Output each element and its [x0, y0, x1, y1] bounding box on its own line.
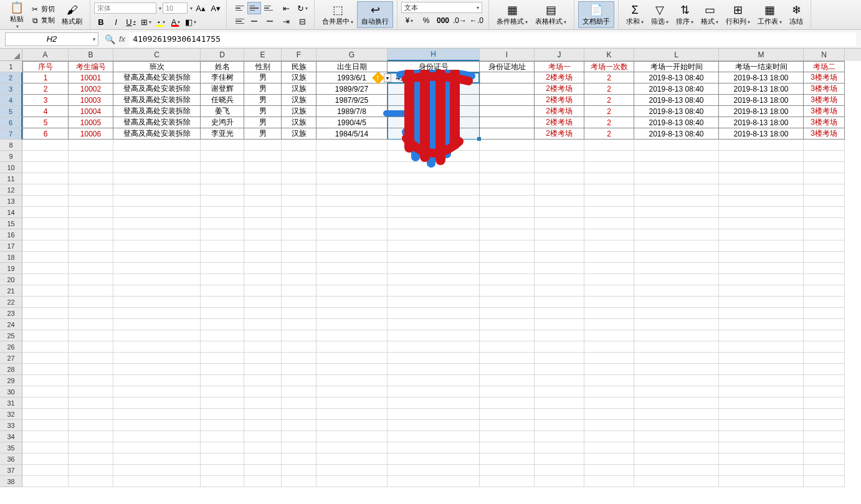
cell-empty[interactable]	[719, 476, 804, 487]
cell-L6[interactable]: 2019-8-13 08:40	[634, 117, 719, 128]
cell-empty[interactable]	[719, 173, 804, 184]
cell-empty[interactable]	[480, 364, 535, 375]
cell-empty[interactable]	[584, 476, 634, 487]
cell-B6[interactable]: 10005	[69, 117, 113, 128]
cell-empty[interactable]	[480, 454, 535, 465]
cell-empty[interactable]	[388, 263, 480, 274]
cell-empty[interactable]	[244, 442, 282, 454]
cell-empty[interactable]	[584, 274, 634, 285]
cell-empty[interactable]	[388, 353, 480, 364]
cell-J4[interactable]: 2楼考场	[535, 95, 584, 106]
row-header-9[interactable]: 9	[0, 151, 22, 162]
cell-H4[interactable]: 411	[388, 95, 480, 106]
table-header-B[interactable]: 考生编号	[69, 61, 113, 72]
cell-empty[interactable]	[282, 319, 316, 330]
cell-empty[interactable]	[634, 397, 719, 409]
cell-empty[interactable]	[480, 240, 535, 252]
cell-J2[interactable]: 2楼考场	[535, 72, 584, 83]
cell-empty[interactable]	[480, 140, 535, 151]
row-header-12[interactable]: 12	[0, 184, 22, 196]
cell-F5[interactable]: 汉族	[282, 106, 316, 117]
cell-empty[interactable]	[244, 409, 282, 420]
cell-I4[interactable]	[480, 95, 535, 106]
cell-empty[interactable]	[480, 375, 535, 386]
cell-H3[interactable]: 411	[388, 83, 480, 95]
cell-empty[interactable]	[719, 218, 804, 229]
cell-empty[interactable]	[388, 184, 480, 196]
cell-empty[interactable]	[388, 173, 480, 184]
cell-empty[interactable]	[480, 252, 535, 263]
cell-empty[interactable]	[22, 285, 69, 297]
cell-empty[interactable]	[584, 431, 634, 442]
table-header-J[interactable]: 考场一	[535, 61, 584, 72]
cell-empty[interactable]	[535, 207, 584, 218]
cell-I6[interactable]	[480, 117, 535, 128]
cell-empty[interactable]	[634, 476, 719, 487]
cell-empty[interactable]	[282, 162, 316, 173]
cell-empty[interactable]	[282, 297, 316, 308]
cell-empty[interactable]	[69, 140, 113, 151]
cell-C3[interactable]: 登高及高处安装拆除	[113, 83, 201, 95]
cell-empty[interactable]	[634, 308, 719, 319]
cell-empty[interactable]	[201, 207, 244, 218]
cell-empty[interactable]	[480, 162, 535, 173]
cell-empty[interactable]	[201, 263, 244, 274]
cell-empty[interactable]	[69, 476, 113, 487]
cell-empty[interactable]	[804, 386, 845, 397]
increase-indent-button[interactable]: ⇥	[279, 15, 293, 27]
cell-N5[interactable]: 3楼考场	[804, 106, 845, 117]
cell-empty[interactable]	[480, 465, 535, 476]
cell-F6[interactable]: 汉族	[282, 117, 316, 128]
cell-empty[interactable]	[480, 274, 535, 285]
cell-G4[interactable]: 1987/9/25	[316, 95, 388, 106]
cell-empty[interactable]	[201, 375, 244, 386]
cell-empty[interactable]	[316, 386, 388, 397]
cell-I2[interactable]	[480, 72, 535, 83]
cell-D7[interactable]: 李亚光	[201, 128, 244, 140]
cell-empty[interactable]	[22, 341, 69, 353]
cell-empty[interactable]	[113, 240, 201, 252]
cell-empty[interactable]	[535, 420, 584, 431]
cell-empty[interactable]	[480, 297, 535, 308]
cell-empty[interactable]	[804, 252, 845, 263]
cell-empty[interactable]	[480, 173, 535, 184]
cell-empty[interactable]	[535, 375, 584, 386]
cell-E3[interactable]: 男	[244, 83, 282, 95]
cell-empty[interactable]	[113, 397, 201, 409]
cell-empty[interactable]	[113, 297, 201, 308]
cell-empty[interactable]	[634, 151, 719, 162]
cell-empty[interactable]	[22, 454, 69, 465]
cell-empty[interactable]	[69, 263, 113, 274]
row-header-16[interactable]: 16	[0, 229, 22, 240]
sort-button[interactable]: ⇅排序▾	[672, 2, 697, 27]
cell-empty[interactable]	[22, 207, 69, 218]
cell-empty[interactable]	[388, 285, 480, 297]
cell-empty[interactable]	[584, 218, 634, 229]
table-header-E[interactable]: 性别	[244, 61, 282, 72]
cell-empty[interactable]	[634, 330, 719, 341]
cell-empty[interactable]	[282, 364, 316, 375]
cell-empty[interactable]	[113, 207, 201, 218]
cell-empty[interactable]	[804, 173, 845, 184]
cell-empty[interactable]	[22, 420, 69, 431]
cell-empty[interactable]	[584, 420, 634, 431]
cell-empty[interactable]	[804, 140, 845, 151]
conditional-format-button[interactable]: ▦条件格式▾	[493, 2, 531, 27]
row-header-3[interactable]: 3	[0, 83, 22, 95]
cell-empty[interactable]	[316, 364, 388, 375]
cell-empty[interactable]	[719, 140, 804, 151]
cell-M7[interactable]: 2019-8-13 18:00	[719, 128, 804, 140]
row-header-32[interactable]: 32	[0, 409, 22, 420]
cell-empty[interactable]	[244, 308, 282, 319]
cell-empty[interactable]	[388, 252, 480, 263]
cell-empty[interactable]	[282, 341, 316, 353]
cell-empty[interactable]	[244, 173, 282, 184]
cell-empty[interactable]	[480, 151, 535, 162]
cell-empty[interactable]	[282, 476, 316, 487]
cell-E6[interactable]: 男	[244, 117, 282, 128]
format-button[interactable]: ▭格式▾	[697, 2, 722, 27]
cell-L3[interactable]: 2019-8-13 08:40	[634, 83, 719, 95]
cell-empty[interactable]	[282, 308, 316, 319]
row-header-28[interactable]: 28	[0, 364, 22, 375]
cell-empty[interactable]	[201, 162, 244, 173]
